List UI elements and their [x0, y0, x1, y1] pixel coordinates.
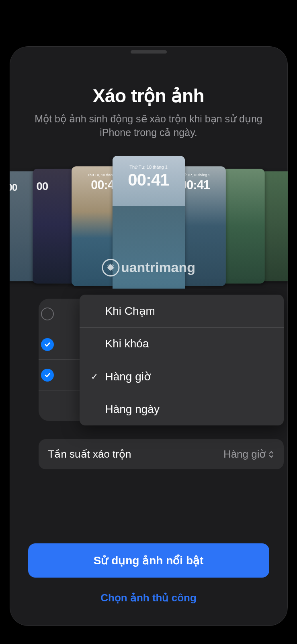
use-featured-photos-button[interactable]: Sử dụng ảnh nổi bật	[28, 543, 269, 578]
frequency-popup: Khi Chạm Khi khóa ✓ Hàng giờ Hàng ngày	[80, 295, 284, 425]
popup-option-daily[interactable]: Hàng ngày	[80, 393, 284, 425]
checkmark-icon: ✓	[91, 372, 100, 382]
popup-option-on-lock[interactable]: Khi khóa	[80, 328, 284, 360]
frequency-value: Hàng giờ	[223, 448, 274, 460]
checkbox-checked-icon[interactable]	[41, 338, 54, 351]
checkbox-empty-icon[interactable]	[41, 308, 54, 320]
bulb-icon: ✹	[102, 259, 119, 277]
frequency-label: Tần suất xáo trộn	[48, 448, 131, 460]
watermark: ✹ uantrimang	[102, 259, 195, 277]
grabber-handle[interactable]	[131, 50, 167, 54]
phone-sheet: Xáo trộn ảnh Một bộ ảnh sinh động sẽ xáo…	[10, 46, 288, 626]
chevron-up-down-icon	[268, 450, 274, 459]
popup-option-hourly[interactable]: ✓ Hàng giờ	[80, 360, 284, 393]
frequency-selector[interactable]: Tần suất xáo trộn Hàng giờ	[39, 439, 284, 469]
choose-manually-link[interactable]: Chọn ảnh thủ công	[10, 592, 288, 604]
page-title: Xáo trộn ảnh	[18, 85, 279, 107]
page-subtitle: Một bộ ảnh sinh động sẽ xáo trộn khi bạn…	[18, 112, 279, 140]
wallpaper-carousel[interactable]: 00 00 Thứ Tư, 10 tháng 1 00:4 Thứ Tư, 10…	[10, 156, 288, 289]
popup-option-on-tap[interactable]: Khi Chạm	[80, 295, 284, 328]
checkbox-checked-icon[interactable]	[41, 369, 54, 382]
